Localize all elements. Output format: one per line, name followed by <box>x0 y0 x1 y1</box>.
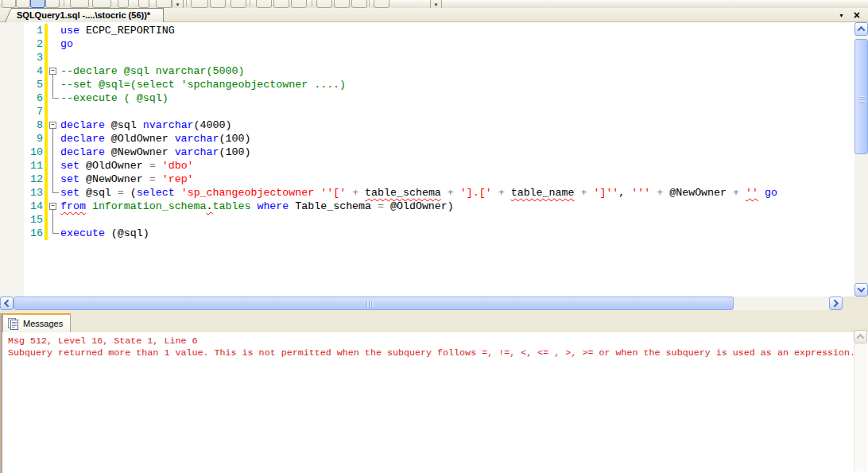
scroll-left-button[interactable] <box>0 297 14 310</box>
toolbar-button-icon[interactable] <box>231 0 246 8</box>
fold-gutter <box>48 64 60 78</box>
code-text: --set @sql=(select 'spchangeobjectowner … <box>60 78 854 91</box>
message-line: Msg 512, Level 16, State 1, Line 6 <box>8 335 868 347</box>
code-text <box>60 51 854 64</box>
chevron-up-icon <box>857 334 865 342</box>
toolbar-button-icon[interactable] <box>118 0 129 8</box>
line-number: 13 <box>0 186 45 200</box>
code-text: execute (@sql) <box>60 227 854 240</box>
line-number: 8 <box>0 118 45 132</box>
code-line: 1use ECPC_REPORTING <box>0 24 854 37</box>
tab-sqlquery1[interactable]: SQLQuery1.sql -....\stocric (56))* <box>5 8 164 22</box>
tab-messages[interactable]: Messages <box>2 313 71 332</box>
code-line: 15 <box>0 213 854 227</box>
toolbar-separator <box>250 0 250 6</box>
line-number: 16 <box>0 227 45 240</box>
code-text: declare @sql nvarchar(4000) <box>60 118 854 132</box>
code-line: 8declare @sql nvarchar(4000) <box>0 118 854 132</box>
close-icon[interactable]: × <box>854 10 860 21</box>
toolbar-button-icon[interactable] <box>2 0 16 8</box>
code-line: 13set @sql = (select 'sp_changeobjectown… <box>0 186 854 200</box>
fold-gutter <box>48 118 60 132</box>
thumb-grip <box>366 301 374 307</box>
code-line: 5--set @sql=(select 'spchangeobjectowner… <box>0 78 854 91</box>
fold-line <box>52 145 53 159</box>
toolbar-button-icon[interactable] <box>70 0 89 8</box>
fold-line-end <box>52 192 59 193</box>
line-number: 10 <box>0 145 45 159</box>
fold-line <box>52 132 53 145</box>
messages-pane: Messages Msg 512, Level 16, State 1, Lin… <box>0 313 868 473</box>
toolbar-button-icon[interactable] <box>210 0 226 8</box>
scroll-down-button[interactable] <box>854 283 868 297</box>
code-text: set @sql = (select 'sp_changeobjectowner… <box>60 186 854 200</box>
fold-gutter <box>48 186 60 200</box>
toolbar-button-icon[interactable] <box>374 0 389 8</box>
messages-text[interactable]: Msg 512, Level 16, State 1, Line 6Subque… <box>2 332 868 473</box>
fold-line <box>52 213 53 227</box>
code-text: declare @OldOwner varchar(100) <box>60 132 854 145</box>
toolbar-button-icon[interactable] <box>138 0 149 8</box>
fold-gutter <box>48 91 60 105</box>
line-number: 15 <box>0 213 45 227</box>
code-text: from information_schema.tables where Tab… <box>60 200 854 213</box>
editor-horizontal-scrollbar[interactable] <box>0 297 843 310</box>
fold-gutter <box>48 227 60 240</box>
toolbar-button-icon[interactable] <box>156 0 172 8</box>
line-number: 6 <box>0 91 45 105</box>
fold-gutter <box>48 200 60 213</box>
toolbar-button-icon[interactable] <box>273 0 289 8</box>
fold-collapse-icon[interactable] <box>49 68 56 75</box>
fold-line <box>52 78 53 91</box>
vertical-scroll-thumb[interactable] <box>854 39 868 154</box>
tab-list-dropdown-icon[interactable]: ▼ <box>839 13 844 18</box>
messages-scroll-up-button[interactable] <box>854 330 867 343</box>
chevron-down-icon <box>858 285 866 293</box>
fold-gutter <box>48 173 60 186</box>
code-text <box>60 105 854 118</box>
messages-icon <box>7 318 19 330</box>
line-number: 11 <box>0 159 45 173</box>
code-line: 6--execute ( @sql) <box>0 91 854 105</box>
thumb-grip <box>859 95 865 103</box>
results-tab-bar: Messages <box>2 313 868 332</box>
toolbar-separator <box>64 0 64 6</box>
fold-collapse-icon[interactable] <box>49 203 56 210</box>
fold-line <box>52 173 53 186</box>
toolbar-button-icon[interactable] <box>16 0 30 8</box>
code-line: 12set @NewOwner = 'rep' <box>0 173 854 186</box>
fold-collapse-icon[interactable] <box>49 122 56 129</box>
line-number: 5 <box>0 78 45 91</box>
toolbar-button-icon[interactable] <box>291 0 307 8</box>
toolbar-button-icon[interactable] <box>191 0 208 8</box>
toolbar-button-icon[interactable] <box>334 0 350 8</box>
scroll-up-button[interactable] <box>854 22 868 36</box>
fold-gutter <box>48 51 60 64</box>
fold-gutter <box>48 24 60 37</box>
sql-editor[interactable]: 1use ECPC_REPORTING2go34--declare @sql n… <box>0 22 854 297</box>
code-line: 4--declare @sql nvarchar(5000) <box>0 64 854 78</box>
code-line: 2go <box>0 37 854 51</box>
toolbar-overflow-dropdown-icon[interactable]: ▼ <box>430 0 442 8</box>
toolbar-button-icon[interactable] <box>45 0 60 8</box>
horizontal-scroll-thumb[interactable] <box>14 297 734 310</box>
scroll-right-button[interactable] <box>829 297 843 310</box>
code-line: 10declare @NewOwner varchar(100) <box>0 145 854 159</box>
line-number: 3 <box>0 51 45 64</box>
toolbar-button-toggled-icon[interactable] <box>30 0 45 8</box>
fold-line-end <box>52 233 59 234</box>
line-number: 14 <box>0 200 45 213</box>
toolbar-dropdown-icon[interactable]: ▼ <box>172 0 184 8</box>
toolbar-button-icon[interactable] <box>92 0 111 8</box>
toolbar-button-icon[interactable] <box>351 0 367 8</box>
messages-scrollbar-track[interactable] <box>854 343 867 471</box>
toolbar-clipped: ▼ ▼ <box>0 0 868 8</box>
fold-gutter <box>48 145 60 159</box>
fold-gutter <box>48 132 60 145</box>
fold-gutter <box>48 159 60 173</box>
fold-gutter <box>48 78 60 91</box>
toolbar-button-icon[interactable] <box>316 0 332 8</box>
editor-vertical-scrollbar[interactable] <box>854 22 868 297</box>
code-text: --execute ( @sql) <box>60 91 854 105</box>
toolbar-button-icon[interactable] <box>256 0 272 8</box>
